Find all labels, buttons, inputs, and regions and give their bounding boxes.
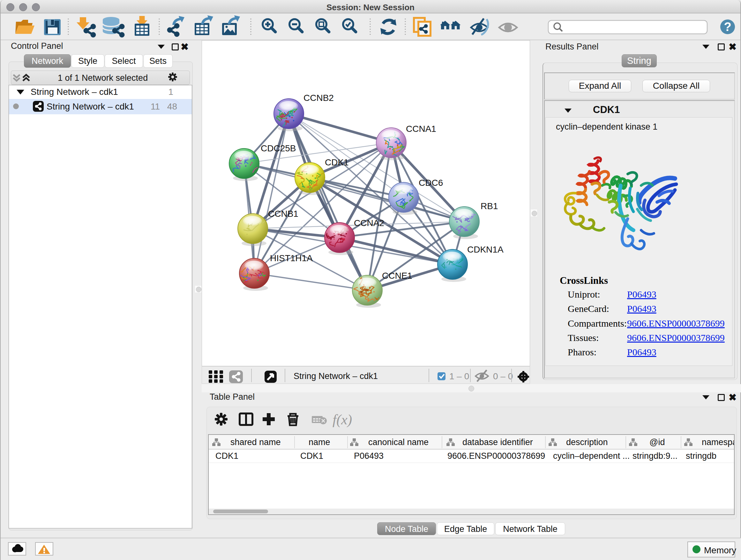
svg-text:CCNB2: CCNB2 (304, 93, 334, 103)
svg-text:f(x): f(x) (333, 412, 352, 428)
svg-text:0 – 0: 0 – 0 (493, 371, 513, 381)
svg-text:CDK1: CDK1 (325, 158, 349, 167)
svg-text:CDKN1A: CDKN1A (467, 245, 503, 254)
svg-text:HIST1H1A: HIST1H1A (270, 253, 313, 263)
svg-text:CCNA1: CCNA1 (406, 124, 436, 134)
svg-text:CCNE1: CCNE1 (382, 271, 412, 281)
svg-text:CCNA2: CCNA2 (354, 218, 384, 228)
svg-text:CDC25B: CDC25B (261, 143, 296, 153)
svg-text:RB1: RB1 (481, 201, 498, 211)
svg-text:CDC6: CDC6 (419, 178, 443, 188)
svg-text:CCNB1: CCNB1 (268, 209, 298, 219)
svg-text:?: ? (724, 20, 731, 34)
svg-text:1 – 0: 1 – 0 (449, 371, 469, 381)
